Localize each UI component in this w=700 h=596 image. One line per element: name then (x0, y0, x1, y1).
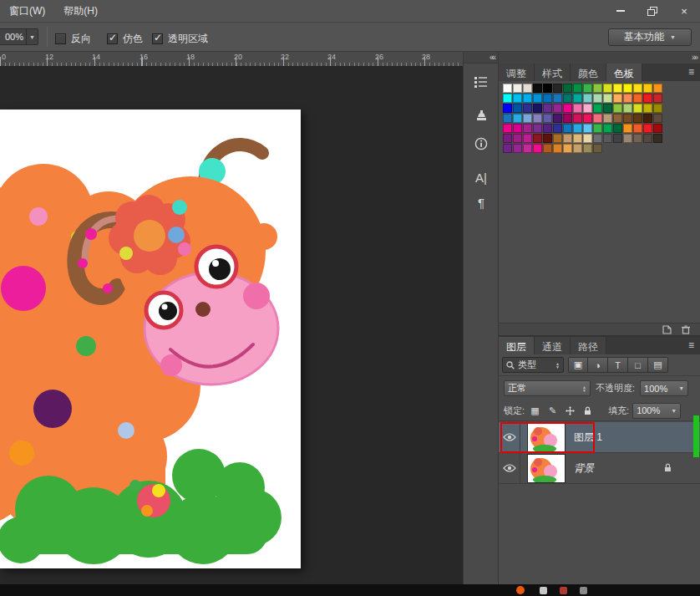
swatch[interactable] (543, 104, 552, 113)
swatch[interactable] (633, 124, 642, 133)
lock-all-icon[interactable] (581, 404, 595, 418)
swatch[interactable] (533, 114, 542, 123)
swatch[interactable] (613, 114, 622, 123)
clone-source-panel-button[interactable] (469, 104, 494, 127)
swatch[interactable] (553, 94, 562, 103)
swatch[interactable] (603, 124, 612, 133)
swatch[interactable] (513, 144, 522, 153)
swatch[interactable] (543, 84, 552, 93)
swatch[interactable] (573, 84, 582, 93)
swatch[interactable] (593, 84, 602, 93)
swatch[interactable] (573, 104, 582, 113)
swatch[interactable] (523, 144, 532, 153)
swatch[interactable] (653, 114, 662, 123)
swatch[interactable] (643, 94, 652, 103)
document-canvas[interactable] (0, 110, 301, 568)
tab-color[interactable]: 颜色 (571, 64, 606, 81)
swatch[interactable] (503, 84, 512, 93)
chevron-down-icon[interactable]: ▼ (26, 29, 38, 44)
swatch[interactable] (593, 134, 602, 143)
info-panel-button[interactable] (469, 132, 494, 155)
swatch[interactable] (653, 84, 662, 93)
layer-row-background[interactable]: 背景 (499, 453, 700, 484)
swatch[interactable] (643, 114, 652, 123)
swatch[interactable] (573, 144, 582, 153)
character-panel-button[interactable]: A| (469, 166, 494, 189)
swatch[interactable] (563, 94, 572, 103)
swatch[interactable] (603, 104, 612, 113)
tab-paths[interactable]: 路径 (571, 337, 606, 354)
panel-menu-icon[interactable]: ≡ (682, 337, 700, 354)
layer-name[interactable]: 背景 (574, 461, 594, 476)
swatch[interactable] (563, 114, 572, 123)
opacity-select[interactable]: 100% ▼ (640, 380, 688, 396)
visibility-toggle[interactable] (499, 453, 520, 483)
swatch[interactable] (643, 134, 652, 143)
swatch[interactable] (543, 124, 552, 133)
swatch[interactable] (533, 144, 542, 153)
tab-swatches[interactable]: 色板 (606, 64, 642, 81)
menu-window[interactable]: 窗口(W) (0, 4, 54, 18)
shape-layer-filter-icon[interactable]: □ (628, 357, 648, 373)
lock-transparency-icon[interactable]: ▦ (528, 404, 542, 418)
swatch[interactable] (503, 144, 512, 153)
swatch[interactable] (633, 104, 642, 113)
menu-help[interactable]: 帮助(H) (54, 4, 107, 18)
transparency-checkbox[interactable] (152, 33, 163, 44)
swatch[interactable] (583, 94, 592, 103)
swatch[interactable] (613, 104, 622, 113)
swatch[interactable] (653, 94, 662, 103)
swatch[interactable] (573, 134, 582, 143)
swatch[interactable] (623, 124, 632, 133)
swatch[interactable] (633, 114, 642, 123)
swatch[interactable] (543, 114, 552, 123)
swatch[interactable] (623, 134, 632, 143)
restore-button[interactable] (643, 3, 662, 18)
swatch[interactable] (543, 94, 552, 103)
swatch[interactable] (583, 104, 592, 113)
swatch[interactable] (563, 124, 572, 133)
layer-thumbnail[interactable] (527, 454, 566, 483)
swatch[interactable] (553, 144, 562, 153)
paragraph-panel-button[interactable]: ¶ (469, 191, 494, 214)
swatch[interactable] (523, 124, 532, 133)
adjustment-layer-filter-icon[interactable]: ◑ (588, 357, 608, 373)
swatch[interactable] (643, 84, 652, 93)
zoom-level-combo[interactable]: 00% ▼ (0, 28, 38, 45)
swatch[interactable] (613, 94, 622, 103)
styles-panel-button[interactable] (469, 70, 494, 94)
swatch[interactable] (653, 124, 662, 133)
reverse-checkbox[interactable] (55, 33, 66, 44)
swatch[interactable] (593, 124, 602, 133)
gray-app-icon[interactable] (580, 587, 587, 594)
swatch[interactable] (523, 104, 532, 113)
layer-filter-kind-combo[interactable]: 类型 ▲▼ (502, 357, 564, 373)
swatch[interactable] (513, 114, 522, 123)
swatch[interactable] (563, 134, 572, 143)
swatch[interactable] (623, 84, 632, 93)
swatch[interactable] (593, 114, 602, 123)
swatch[interactable] (553, 134, 562, 143)
swatch[interactable] (543, 134, 552, 143)
swatch[interactable] (603, 84, 612, 93)
swatch[interactable] (503, 104, 512, 113)
swatch[interactable] (523, 134, 532, 143)
swatch[interactable] (543, 144, 552, 153)
blend-mode-select[interactable]: 正常 ▲▼ (504, 380, 591, 396)
swatch[interactable] (623, 104, 632, 113)
swatch[interactable] (653, 104, 662, 113)
swatch[interactable] (573, 94, 582, 103)
swatch[interactable] (523, 114, 532, 123)
canvas-viewport[interactable] (0, 67, 463, 584)
swatch[interactable] (653, 134, 662, 143)
swatch[interactable] (613, 134, 622, 143)
orange-app-icon[interactable] (516, 586, 525, 594)
workspace-switcher-button[interactable]: 基本功能 ▼ (608, 28, 692, 46)
lock-move-icon[interactable] (563, 404, 577, 418)
swatch[interactable] (553, 114, 562, 123)
swatch[interactable] (633, 84, 642, 93)
swatch[interactable] (613, 124, 622, 133)
lock-paint-icon[interactable]: ✎ (545, 404, 560, 418)
swatch[interactable] (603, 94, 612, 103)
swatch[interactable] (533, 94, 542, 103)
